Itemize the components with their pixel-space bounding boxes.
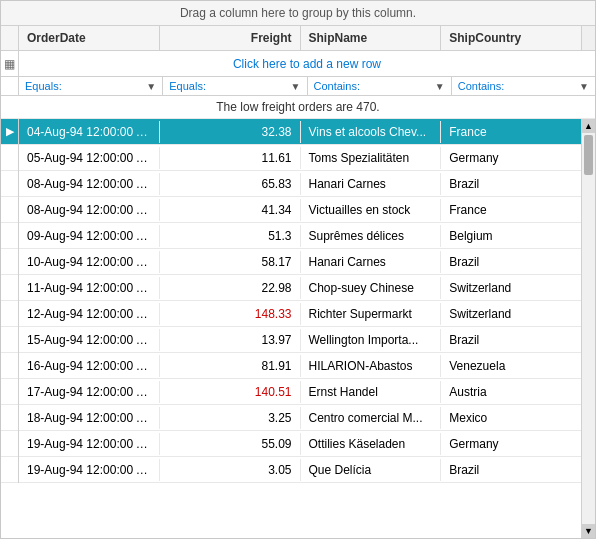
filter-orderdate-arrow[interactable]: ▼ [146,81,156,92]
summary-row: The low freight orders are 470. [1,96,595,119]
col-header-freight[interactable]: Freight [160,26,301,50]
cell-freight: 41.34 [160,199,301,221]
table-row[interactable]: 19-Aug-94 12:00:00 AM3.05Que DelíciaBraz… [1,457,581,483]
cell-orderdate: 11-Aug-94 12:00:00 AM [19,277,160,299]
cell-orderdate: 10-Aug-94 12:00:00 AM [19,251,160,273]
filter-shipcountry-arrow[interactable]: ▼ [579,81,589,92]
row-indicator [1,223,19,249]
cell-shipname: Toms Spezialitäten [301,147,442,169]
calendar-icon: ▦ [4,57,15,71]
row-indicator [1,379,19,405]
cell-shipname: Chop-suey Chinese [301,277,442,299]
row-indicator [1,249,19,275]
cell-shipname: HILARION-Abastos [301,355,442,377]
cell-shipcountry: Brazil [441,329,581,351]
cell-orderdate: 08-Aug-94 12:00:00 AM [19,173,160,195]
data-area[interactable]: ▶04-Aug-94 12:00:00 AM32.38Vins et alcoo… [1,119,581,538]
cell-shipname: Ernst Handel [301,381,442,403]
cell-orderdate: 19-Aug-94 12:00:00 AM [19,459,160,481]
col-header-shipcountry[interactable]: ShipCountry [441,26,581,50]
filter-freight[interactable]: Equals: ▼ [163,77,307,95]
cell-shipname: Richter Supermarkt [301,303,442,325]
row-indicator [1,405,19,431]
cell-orderdate: 17-Aug-94 12:00:00 AM [19,381,160,403]
drag-group-header: Drag a column here to group by this colu… [1,1,595,26]
cell-orderdate: 12-Aug-94 12:00:00 AM [19,303,160,325]
filter-freight-arrow[interactable]: ▼ [291,81,301,92]
filter-row: Equals: ▼ Equals: ▼ Contains: ▼ Contains… [1,77,595,96]
data-grid: Drag a column here to group by this colu… [0,0,596,539]
row-indicator [1,327,19,353]
scrollbar[interactable]: ▲ ▼ [581,119,595,538]
row-indicator [1,301,19,327]
cell-freight: 3.25 [160,407,301,429]
cell-freight: 55.09 [160,433,301,455]
table-row[interactable]: 08-Aug-94 12:00:00 AM41.34Victuailles en… [1,197,581,223]
row-indicator [1,457,19,483]
cell-orderdate: 16-Aug-94 12:00:00 AM [19,355,160,377]
scrollbar-thumb[interactable] [584,135,593,175]
cell-shipcountry: France [441,121,581,143]
filter-shipcountry[interactable]: Contains: ▼ [452,77,595,95]
scrollbar-up-button[interactable]: ▲ [582,119,595,133]
table-row[interactable]: 15-Aug-94 12:00:00 AM13.97Wellington Imp… [1,327,581,353]
filter-shipname-arrow[interactable]: ▼ [435,81,445,92]
table-row[interactable]: 05-Aug-94 12:00:00 AM11.61Toms Spezialit… [1,145,581,171]
cell-freight: 65.83 [160,173,301,195]
table-row[interactable]: 11-Aug-94 12:00:00 AM22.98Chop-suey Chin… [1,275,581,301]
cell-freight: 140.51 [160,381,301,403]
cell-freight: 13.97 [160,329,301,351]
cell-shipname: Que Delícia [301,459,442,481]
table-row[interactable]: ▶04-Aug-94 12:00:00 AM32.38Vins et alcoo… [1,119,581,145]
table-row[interactable]: 08-Aug-94 12:00:00 AM65.83Hanari CarnesB… [1,171,581,197]
row-indicator [1,197,19,223]
add-row-link[interactable]: Click here to add a new row [19,57,595,71]
cell-shipname: Centro comercial M... [301,407,442,429]
cell-orderdate: 05-Aug-94 12:00:00 AM [19,147,160,169]
scrollbar-track[interactable] [582,133,595,524]
cell-freight: 51.3 [160,225,301,247]
cell-shipcountry: Venezuela [441,355,581,377]
table-row[interactable]: 18-Aug-94 12:00:00 AM3.25Centro comercia… [1,405,581,431]
cell-orderdate: 18-Aug-94 12:00:00 AM [19,407,160,429]
cell-shipname: Ottilies Käseladen [301,433,442,455]
add-row-bar: ▦ Click here to add a new row [1,51,595,77]
cell-shipcountry: Mexico [441,407,581,429]
cell-shipname: Victuailles en stock [301,199,442,221]
table-row[interactable]: 17-Aug-94 12:00:00 AM140.51Ernst HandelA… [1,379,581,405]
cell-shipcountry: Brazil [441,459,581,481]
scrollbar-top-spacer [581,26,595,50]
filter-shipname[interactable]: Contains: ▼ [308,77,452,95]
col-header-orderdate[interactable]: OrderDate [19,26,160,50]
row-indicator [1,275,19,301]
drag-group-label: Drag a column here to group by this colu… [180,6,416,20]
cell-freight: 11.61 [160,147,301,169]
table-row[interactable]: 10-Aug-94 12:00:00 AM58.17Hanari CarnesB… [1,249,581,275]
table-row[interactable]: 19-Aug-94 12:00:00 AM55.09Ottilies Käsel… [1,431,581,457]
add-row-icon: ▦ [1,51,19,77]
cell-shipcountry: Switzerland [441,277,581,299]
column-header-row: OrderDate Freight ShipName ShipCountry [1,26,581,50]
cell-freight: 22.98 [160,277,301,299]
cell-orderdate: 09-Aug-94 12:00:00 AM [19,225,160,247]
cell-orderdate: 08-Aug-94 12:00:00 AM [19,199,160,221]
cell-shipcountry: France [441,199,581,221]
col-header-shipname[interactable]: ShipName [301,26,442,50]
cell-orderdate: 04-Aug-94 12:00:00 AM [19,121,160,143]
scrollbar-down-button[interactable]: ▼ [582,524,595,538]
cell-shipname: Hanari Carnes [301,173,442,195]
cell-freight: 3.05 [160,459,301,481]
filter-orderdate[interactable]: Equals: ▼ [19,77,163,95]
cell-shipcountry: Belgium [441,225,581,247]
table-row[interactable]: 09-Aug-94 12:00:00 AM51.3Suprêmes délice… [1,223,581,249]
table-row[interactable]: 12-Aug-94 12:00:00 AM148.33Richter Super… [1,301,581,327]
cell-shipcountry: Germany [441,433,581,455]
cell-orderdate: 15-Aug-94 12:00:00 AM [19,329,160,351]
cell-shipcountry: Switzerland [441,303,581,325]
cell-freight: 58.17 [160,251,301,273]
table-row[interactable]: 16-Aug-94 12:00:00 AM81.91HILARION-Abast… [1,353,581,379]
cell-orderdate: 19-Aug-94 12:00:00 AM [19,433,160,455]
cell-freight: 81.91 [160,355,301,377]
row-indicator [1,431,19,457]
cell-shipcountry: Brazil [441,251,581,273]
